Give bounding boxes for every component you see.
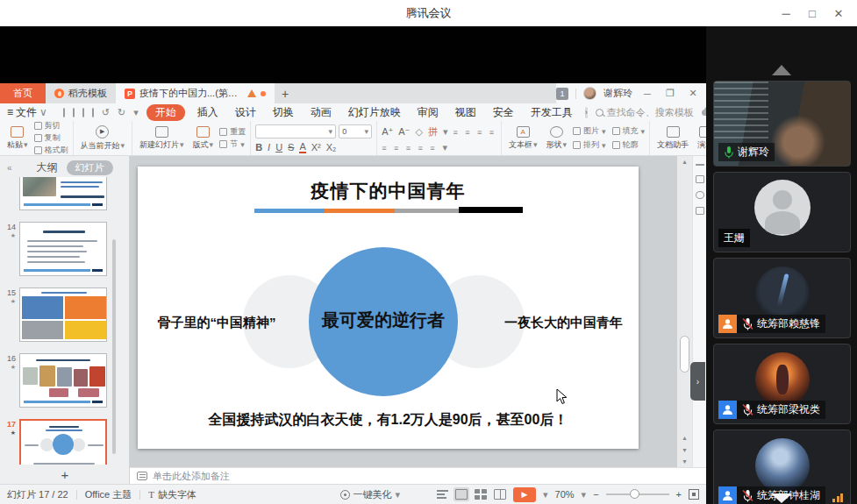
slide-thumb-13-preview[interactable] xyxy=(19,177,107,210)
sidebar-scrollbar[interactable] xyxy=(112,239,116,454)
normal-view-icon[interactable] xyxy=(455,489,468,500)
slide-thumb-14-preview[interactable] xyxy=(19,222,107,276)
strikethrough-button[interactable]: S xyxy=(288,142,294,153)
selection-pane-icon[interactable] xyxy=(696,207,704,215)
notes-toggle-icon[interactable] xyxy=(437,490,448,499)
tab-document[interactable]: P 疫情下的中国力...(第一课PPT) xyxy=(116,83,275,103)
slide-thumb-17-current[interactable]: 17 ★ xyxy=(0,419,130,465)
maximize-icon[interactable]: □ xyxy=(799,0,825,26)
beautify-button[interactable]: 一键美化 ▾ xyxy=(340,488,401,501)
cut-button[interactable]: 剪切 xyxy=(34,121,68,131)
new-tab-button[interactable]: + xyxy=(275,83,296,103)
wps-minimize-icon[interactable]: ─ xyxy=(639,89,655,99)
menu-devtools[interactable]: 开发工具 xyxy=(526,104,577,121)
font-size-select[interactable]: 0▾ xyxy=(339,124,372,138)
menu-transition[interactable]: 切换 xyxy=(268,104,298,121)
menu-view[interactable]: 视图 xyxy=(451,104,481,121)
doc-assistant-button[interactable]: 文档助手 xyxy=(654,126,691,151)
account-avatar[interactable] xyxy=(583,87,596,100)
slide-thumb-16-preview[interactable] xyxy=(19,353,107,408)
design-tools-icon[interactable] xyxy=(696,191,704,199)
current-slide[interactable]: 疫情下的中国青年 骨子里的“中国精神” 一夜长大的中国青年 最可爱的逆行者 全国… xyxy=(138,167,639,449)
prev-slide-icon[interactable]: ▲ xyxy=(677,435,692,441)
next-slide-icon[interactable]: ▼ xyxy=(677,447,692,453)
menu-insert[interactable]: 插入 xyxy=(193,104,223,121)
superscript-button[interactable]: X² xyxy=(311,142,321,153)
slide-sorter-icon[interactable] xyxy=(475,489,487,500)
expand-panel-tab[interactable]: › xyxy=(690,362,705,401)
undo-icon[interactable]: ↺ xyxy=(102,107,110,118)
theme-name[interactable]: Office 主题 xyxy=(85,488,132,501)
font-name-select[interactable]: ▾ xyxy=(255,124,336,138)
zoom-in-icon[interactable]: + xyxy=(676,489,682,500)
tab-outline[interactable]: 大纲 xyxy=(37,160,58,175)
menu-review[interactable]: 审阅 xyxy=(413,104,443,121)
scroll-down-arrow-icon[interactable] xyxy=(771,493,792,503)
slide-thumb-16[interactable]: 16 ★ xyxy=(0,353,130,408)
italic-button[interactable]: I xyxy=(268,142,270,153)
wps-close-icon[interactable]: ✕ xyxy=(685,88,701,99)
slide-thumb-17-preview[interactable] xyxy=(19,419,107,465)
reset-button[interactable]: 重置 xyxy=(219,126,246,138)
menu-design[interactable]: 设计 xyxy=(231,104,261,121)
print-icon[interactable] xyxy=(82,108,84,117)
close-icon[interactable]: ✕ xyxy=(825,0,852,26)
bold-button[interactable]: B xyxy=(255,142,262,153)
pinyin-button[interactable]: 拼 xyxy=(428,125,438,138)
pane-handle-icon[interactable] xyxy=(696,164,704,167)
textbox-button[interactable]: 文本框▾ xyxy=(506,126,540,151)
output-icon[interactable] xyxy=(73,108,75,117)
doc-count-badge[interactable]: 1 xyxy=(556,88,568,100)
customize-toolbar-icon[interactable]: ▾ xyxy=(133,107,139,118)
menu-start[interactable]: 开始 xyxy=(146,104,185,121)
zoom-level[interactable]: 70% xyxy=(555,489,575,500)
caret-down-icon[interactable]: ▾ xyxy=(543,489,548,500)
participant-tile-3[interactable]: 统筹部赖慈锋 xyxy=(713,258,851,338)
slide-thumb-14[interactable]: 14 ★ xyxy=(0,222,130,276)
picture-button[interactable]: 图片▾ xyxy=(573,125,606,137)
slideshow-play-button[interactable]: ▶ xyxy=(513,487,536,502)
save-icon[interactable] xyxy=(63,108,65,117)
slide-thumb-13[interactable] xyxy=(0,177,130,210)
slide-thumb-15-preview[interactable] xyxy=(19,287,107,342)
scroll-up-icon[interactable]: ▲ xyxy=(677,159,692,165)
font-color-button[interactable]: A xyxy=(299,141,305,153)
command-search[interactable]: 查找命令、搜索模板 xyxy=(596,106,694,119)
tab-templates[interactable]: 稻壳模板 xyxy=(46,83,116,103)
animation-pane-icon[interactable] xyxy=(696,175,704,183)
outline-button[interactable]: 轮廓 xyxy=(612,139,639,151)
slide-thumb-15[interactable]: 15 ★ xyxy=(0,287,130,342)
underline-button[interactable]: U xyxy=(275,142,282,153)
menu-slideshow[interactable]: 幻灯片放映 xyxy=(344,104,405,121)
fill-button[interactable]: 填充▾ xyxy=(612,125,646,137)
minimize-icon[interactable]: ─ xyxy=(773,0,799,26)
arrange-button[interactable]: 排列▾ xyxy=(573,139,606,151)
subscript-button[interactable]: X₂ xyxy=(326,142,337,153)
participant-tile-1[interactable]: 谢辉玲 xyxy=(713,81,851,167)
menu-animation[interactable]: 动画 xyxy=(306,104,336,121)
redo-icon[interactable]: ↻ xyxy=(118,107,125,118)
decrease-font-button[interactable]: A⁻ xyxy=(398,126,410,138)
print-preview-icon[interactable] xyxy=(92,108,94,117)
layout-button[interactable]: 版式▾ xyxy=(190,126,217,151)
add-slide-button[interactable]: + xyxy=(0,467,130,482)
reading-view-icon[interactable] xyxy=(494,489,506,500)
collapse-sidebar-icon[interactable]: « xyxy=(7,163,12,173)
menu-security[interactable]: 安全 xyxy=(489,104,518,121)
notes-bar[interactable]: 单击此处添加备注 xyxy=(130,467,706,484)
file-menu[interactable]: ≡ 文件 ∨ xyxy=(7,105,47,120)
increase-font-button[interactable]: A⁺ xyxy=(382,126,393,138)
canvas-scrollbar[interactable]: ▲ ▲ ▼ ▼ xyxy=(677,156,692,467)
menu-scroll-icon[interactable]: › xyxy=(585,107,588,118)
scroll-up-arrow-icon[interactable] xyxy=(772,65,791,75)
zoom-slider[interactable] xyxy=(606,493,669,495)
play-from-current-button[interactable]: ▶ 从当前开始▾ xyxy=(78,125,128,152)
align-icons[interactable]: ≡ ≡ ≡ ≡ ≡ xyxy=(382,144,437,153)
format-painter-button[interactable]: 格式刷 xyxy=(34,145,68,156)
wps-restore-icon[interactable]: ❐ xyxy=(662,88,678,99)
missing-font-label[interactable]: 缺失字体 xyxy=(158,488,196,501)
scroll-down-icon[interactable]: ▼ xyxy=(677,458,692,465)
participant-tile-2[interactable]: 王姗 xyxy=(713,172,851,252)
zoom-slider-knob[interactable] xyxy=(630,489,639,499)
bullet-list-icons[interactable]: ≡ ≡ ≡ ≡ xyxy=(453,128,496,137)
